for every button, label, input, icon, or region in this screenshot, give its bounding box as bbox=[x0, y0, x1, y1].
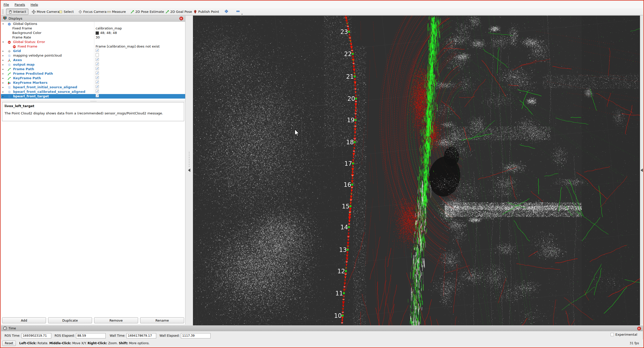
property-row-frame-rate[interactable]: Frame Rate30 bbox=[1, 35, 185, 40]
row-value[interactable] bbox=[96, 76, 185, 79]
tool-publish-point[interactable]: Publish Point bbox=[193, 9, 219, 15]
tool-select[interactable]: Select bbox=[59, 9, 74, 15]
enable-checkbox[interactable] bbox=[96, 58, 99, 61]
row-value[interactable] bbox=[96, 85, 185, 88]
expand-icon[interactable]: ▸ bbox=[3, 49, 6, 53]
chevron-down-icon[interactable]: ▾ bbox=[242, 13, 243, 15]
time-fields: ROS Time:ROS Elapsed:Wall Time:Wall Elap… bbox=[1, 331, 643, 340]
collapse-left-panel-icon[interactable] bbox=[188, 168, 190, 172]
row-value[interactable]: Frame [calibration_map] does not exist bbox=[96, 44, 185, 49]
toolbar-drag-handle[interactable] bbox=[2, 9, 4, 14]
3d-viewport[interactable] bbox=[193, 16, 640, 325]
expand-icon[interactable]: ▸ bbox=[3, 85, 6, 90]
time-panel: Time ✕ ROS Time:ROS Elapsed:Wall Time:Wa… bbox=[1, 326, 643, 340]
row-value[interactable] bbox=[96, 94, 185, 97]
expand-icon[interactable]: ▸ bbox=[3, 76, 6, 80]
row-value[interactable] bbox=[96, 71, 185, 75]
experimental-checkbox[interactable] bbox=[611, 333, 614, 336]
enable-checkbox[interactable] bbox=[96, 53, 99, 57]
tree-description-splitter[interactable] bbox=[1, 100, 185, 102]
close-icon[interactable]: ✕ bbox=[637, 327, 641, 330]
display-row-output-map[interactable]: ▸output map bbox=[1, 62, 185, 67]
tool-move-camera[interactable]: Move Camera bbox=[32, 9, 59, 15]
field-input[interactable] bbox=[181, 333, 211, 338]
color-swatch[interactable] bbox=[96, 31, 99, 35]
close-icon[interactable]: ✕ bbox=[179, 17, 183, 20]
display-row-axes[interactable]: ▸Axes bbox=[1, 58, 185, 62]
expand-icon[interactable]: ▸ bbox=[3, 53, 6, 58]
pointcloud-canvas[interactable] bbox=[193, 16, 640, 325]
menu-help[interactable]: Help bbox=[31, 3, 38, 7]
field-input[interactable] bbox=[76, 333, 106, 338]
enable-checkbox[interactable] bbox=[96, 94, 99, 97]
row-value[interactable] bbox=[96, 80, 185, 84]
row-value[interactable] bbox=[96, 62, 185, 66]
row-value[interactable] bbox=[96, 49, 185, 52]
property-row-global-options[interactable]: ▾Global Options bbox=[1, 22, 185, 26]
field-input[interactable] bbox=[127, 333, 156, 338]
expand-right-panel-icon[interactable] bbox=[641, 168, 643, 172]
enable-checkbox[interactable] bbox=[96, 67, 99, 70]
row-value[interactable]: 30 bbox=[96, 35, 185, 40]
display-row-frame-predicted-path[interactable]: ▸Frame Predicted Path bbox=[1, 71, 185, 76]
tool-measure[interactable]: Measure bbox=[107, 9, 126, 15]
expand-icon[interactable]: ▸ bbox=[3, 80, 6, 85]
duplicate-button[interactable]: Duplicate bbox=[48, 317, 92, 323]
remove-tool-button[interactable]: ▾ bbox=[235, 9, 241, 14]
property-row-fixed-frame[interactable]: Fixed Framecalibration_map bbox=[1, 26, 185, 31]
tool-2d-pose-estimate[interactable]: 2D Pose Estimate bbox=[130, 9, 164, 15]
menu-file[interactable]: File bbox=[4, 3, 9, 7]
display-row-bpearl-front-target[interactable]: ▸bpearl_front_target bbox=[1, 94, 185, 99]
display-row-frame-path[interactable]: ▸Frame Path bbox=[1, 67, 185, 71]
display-row-mapping-velodyne-pointcloud[interactable]: ▸mapping velodyne pointcloud bbox=[1, 53, 185, 58]
row-value[interactable] bbox=[96, 58, 185, 61]
row-value[interactable] bbox=[96, 90, 185, 93]
collapse-icon[interactable]: ▾ bbox=[3, 40, 6, 44]
enable-checkbox[interactable] bbox=[96, 49, 99, 52]
expand-icon[interactable]: ▸ bbox=[3, 58, 6, 62]
right-panel-splitter[interactable] bbox=[640, 16, 643, 324]
displays-panel-header[interactable]: Displays ✕ bbox=[1, 16, 185, 22]
enable-checkbox[interactable] bbox=[96, 80, 99, 84]
tool-2d-goal-pose[interactable]: 2D Goal Pose bbox=[165, 9, 192, 15]
menu-panels[interactable]: Panels bbox=[15, 3, 25, 7]
row-value[interactable]: calibration_map bbox=[96, 26, 185, 31]
display-row-bpearl-front-initial-source-aligned[interactable]: ▸bpearl_front_initial_source_aligned bbox=[1, 85, 185, 90]
expand-icon[interactable]: ▸ bbox=[3, 67, 6, 71]
collapse-icon[interactable]: ▾ bbox=[3, 22, 6, 26]
tool-focus-camera[interactable]: Focus Camera bbox=[78, 9, 106, 15]
property-row-background-color[interactable]: Background Color48; 48; 48 bbox=[1, 31, 185, 35]
rename-button[interactable]: Rename bbox=[140, 317, 184, 323]
left-panel-splitter[interactable] bbox=[185, 16, 193, 324]
row-value[interactable] bbox=[96, 67, 185, 70]
remove-button[interactable]: Remove bbox=[94, 317, 138, 323]
enable-checkbox[interactable] bbox=[96, 76, 99, 79]
value-text: calibration_map bbox=[96, 26, 122, 31]
reset-button[interactable]: Reset bbox=[2, 341, 16, 346]
expand-icon[interactable]: ▸ bbox=[3, 62, 6, 67]
enable-checkbox[interactable] bbox=[96, 90, 99, 93]
experimental-toggle[interactable]: Experimental bbox=[611, 333, 637, 336]
enable-checkbox[interactable] bbox=[96, 71, 99, 75]
select-box-icon bbox=[59, 10, 63, 14]
expand-icon[interactable]: ▸ bbox=[3, 71, 6, 76]
row-value[interactable]: 48; 48; 48 bbox=[96, 31, 185, 35]
enable-checkbox[interactable] bbox=[96, 62, 99, 66]
add-button[interactable]: Add bbox=[2, 317, 46, 323]
display-row-grid[interactable]: ▸Grid bbox=[1, 49, 185, 53]
property-row-fixed-frame[interactable]: Fixed FrameFrame [calibration_map] does … bbox=[1, 44, 185, 49]
property-row-global-status--error[interactable]: ▾Global Status: Error bbox=[1, 40, 185, 44]
tool-interact[interactable]: Interact bbox=[6, 9, 28, 15]
row-value[interactable] bbox=[96, 53, 185, 57]
expand-icon[interactable]: ▸ bbox=[3, 90, 6, 94]
display-row-keyframe-markers[interactable]: ▸KeyFrame Markers bbox=[1, 80, 185, 85]
move-icon bbox=[32, 10, 36, 14]
time-panel-header[interactable]: Time ✕ bbox=[1, 326, 643, 331]
expand-icon[interactable]: ▸ bbox=[3, 94, 6, 99]
display-row-bpearl-front-calibrated-source-aligned[interactable]: ▸bpearl_front_calibrated_source_aligned bbox=[1, 90, 185, 94]
field-input[interactable] bbox=[22, 333, 51, 338]
splitter-handle[interactable] bbox=[189, 151, 190, 167]
display-row-keyframe-path[interactable]: ▸KeyFrame Path bbox=[1, 76, 185, 80]
enable-checkbox[interactable] bbox=[96, 85, 99, 88]
add-tool-button[interactable] bbox=[223, 9, 229, 14]
